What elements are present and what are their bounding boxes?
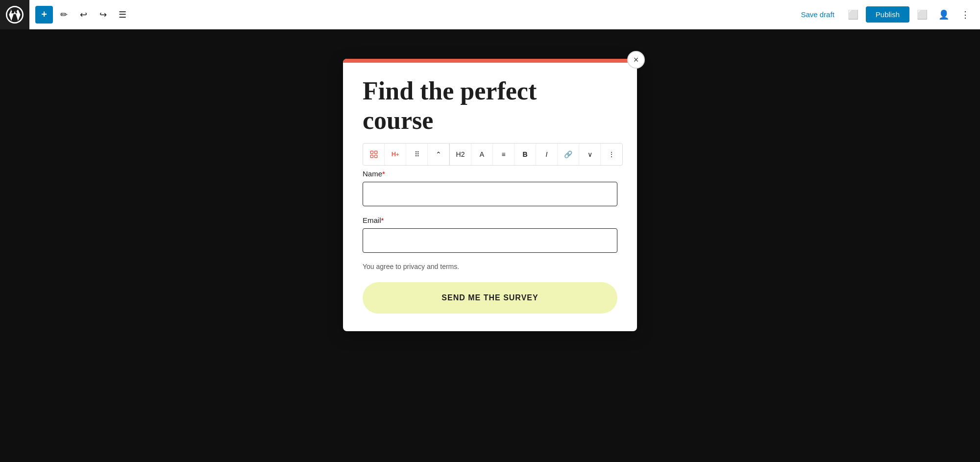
toolbar-align-button[interactable]: ≡: [493, 144, 514, 165]
modal: × Find the perfect course: [343, 59, 637, 331]
topbar-right: Save draft ⬜ Publish ⬜ 👤 ⋮: [789, 6, 980, 24]
modal-body: Find the perfect course H+ ⠿: [343, 63, 637, 331]
preview-button[interactable]: ⬜: [844, 6, 862, 24]
undo-button[interactable]: ↩: [74, 6, 92, 24]
toolbar-italic-button[interactable]: I: [536, 144, 558, 165]
toolbar-bold-button[interactable]: B: [514, 144, 536, 165]
avatar-button[interactable]: 👤: [935, 6, 953, 24]
toolbar-more-button[interactable]: ∨: [579, 144, 601, 165]
privacy-text: You agree to privacy and terms.: [363, 263, 617, 270]
publish-button[interactable]: Publish: [866, 6, 909, 23]
toolbar-a-button[interactable]: A: [471, 144, 493, 165]
pencil-tool-button[interactable]: ✏: [55, 6, 73, 24]
modal-close-button[interactable]: ×: [627, 51, 645, 69]
toolbar-heading-button[interactable]: H+: [385, 144, 406, 165]
toolbar-options-button[interactable]: ⋮: [601, 144, 622, 165]
email-input[interactable]: [363, 228, 617, 253]
more-options-button[interactable]: ⋮: [956, 6, 974, 24]
svg-rect-3: [374, 155, 377, 157]
modal-heading: Find the perfect course: [363, 76, 617, 135]
wordpress-logo[interactable]: [0, 0, 29, 29]
toolbar-link-button[interactable]: 🔗: [558, 144, 579, 165]
topbar-tools: + ✏ ↩ ↪ ☰: [29, 6, 137, 24]
redo-button[interactable]: ↪: [94, 6, 112, 24]
svg-rect-1: [374, 151, 377, 153]
name-input[interactable]: [363, 182, 617, 206]
modal-overlay: × Find the perfect course: [0, 29, 980, 462]
toolbar-h2-button[interactable]: H2: [450, 144, 471, 165]
svg-rect-0: [370, 151, 373, 153]
name-field-group: Name*: [363, 170, 617, 206]
modal-top-bar: [343, 59, 637, 63]
email-label: Email*: [363, 216, 617, 224]
name-label: Name*: [363, 170, 617, 178]
submit-button[interactable]: SEND ME THE SURVEY: [363, 282, 617, 314]
topbar: + ✏ ↩ ↪ ☰ Save draft ⬜ Publish ⬜ 👤 ⋮: [0, 0, 980, 29]
toolbar-move-button[interactable]: ⌃: [428, 144, 449, 165]
editor-area: A b p m × Find the perfect course: [0, 29, 980, 462]
block-toolbar: H+ ⠿ ⌃ H2 A ≡ B I 🔗 ∨ ⋮: [363, 143, 623, 166]
wp-logo-icon: [6, 6, 24, 24]
toolbar-drag-button[interactable]: ⠿: [406, 144, 428, 165]
toolbar-embed-button[interactable]: [363, 144, 385, 165]
svg-rect-2: [370, 155, 373, 157]
email-field-group: Email*: [363, 216, 617, 253]
add-block-button[interactable]: +: [35, 6, 53, 24]
save-draft-button[interactable]: Save draft: [795, 6, 840, 23]
list-view-button[interactable]: ☰: [114, 6, 131, 24]
sidebar-toggle-button[interactable]: ⬜: [913, 6, 931, 24]
